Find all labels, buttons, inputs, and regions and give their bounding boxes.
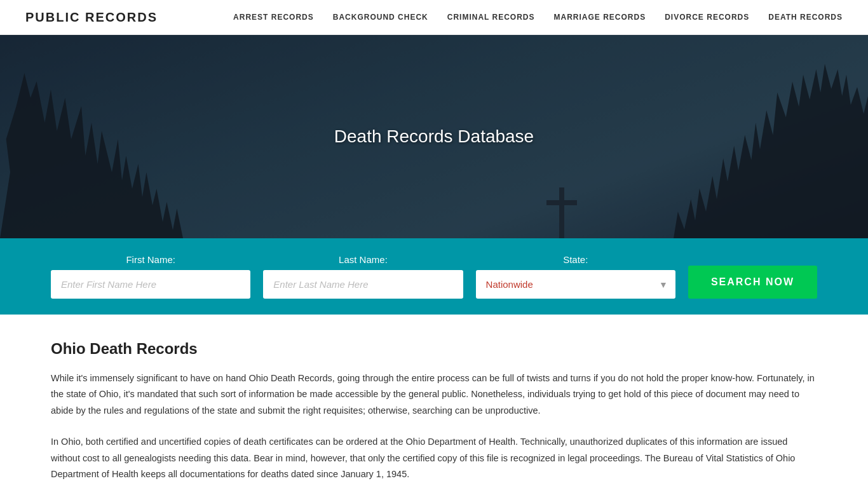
hero-section: Death Records Database — [0, 35, 868, 238]
first-name-input[interactable] — [51, 270, 250, 299]
last-name-label: Last Name: — [263, 254, 463, 265]
state-select-wrapper: NationwideAlabamaAlaskaArizonaArkansasCa… — [476, 270, 675, 299]
site-logo[interactable]: PUBLIC RECORDS — [25, 10, 158, 25]
nav-item-arrest-records[interactable]: ARREST RECORDS — [233, 13, 314, 22]
last-name-input[interactable] — [263, 270, 463, 299]
search-button[interactable]: SEARCH NOW — [688, 266, 817, 299]
nav-item-divorce-records[interactable]: DIVORCE RECORDS — [665, 13, 749, 22]
cross-decoration — [559, 187, 564, 238]
nav-item-death-records[interactable]: DEATH RECORDS — [768, 13, 843, 22]
first-name-label: First Name: — [51, 254, 250, 265]
state-field: State: NationwideAlabamaAlaskaArizonaArk… — [476, 254, 675, 299]
state-select[interactable]: NationwideAlabamaAlaskaArizonaArkansasCa… — [476, 270, 675, 299]
hero-title: Death Records Database — [334, 126, 534, 147]
content-paragraph-2: In Ohio, both certified and uncertified … — [51, 434, 817, 482]
main-nav: ARREST RECORDSBACKGROUND CHECKCRIMINAL R… — [233, 13, 843, 22]
nav-item-criminal-records[interactable]: CRIMINAL RECORDS — [447, 13, 535, 22]
main-content: Ohio Death Records While it's immensely … — [0, 315, 868, 488]
nav-item-background-check[interactable]: BACKGROUND CHECK — [333, 13, 428, 22]
nav-item-marriage-records[interactable]: MARRIAGE RECORDS — [554, 13, 646, 22]
site-header: PUBLIC RECORDS ARREST RECORDSBACKGROUND … — [0, 0, 868, 35]
state-label: State: — [476, 254, 675, 265]
last-name-field: Last Name: — [263, 254, 463, 299]
first-name-field: First Name: — [51, 254, 250, 299]
content-heading: Ohio Death Records — [51, 340, 817, 358]
search-bar: First Name: Last Name: State: Nationwide… — [0, 238, 868, 315]
content-paragraph-1: While it's immensely significant to have… — [51, 370, 817, 419]
